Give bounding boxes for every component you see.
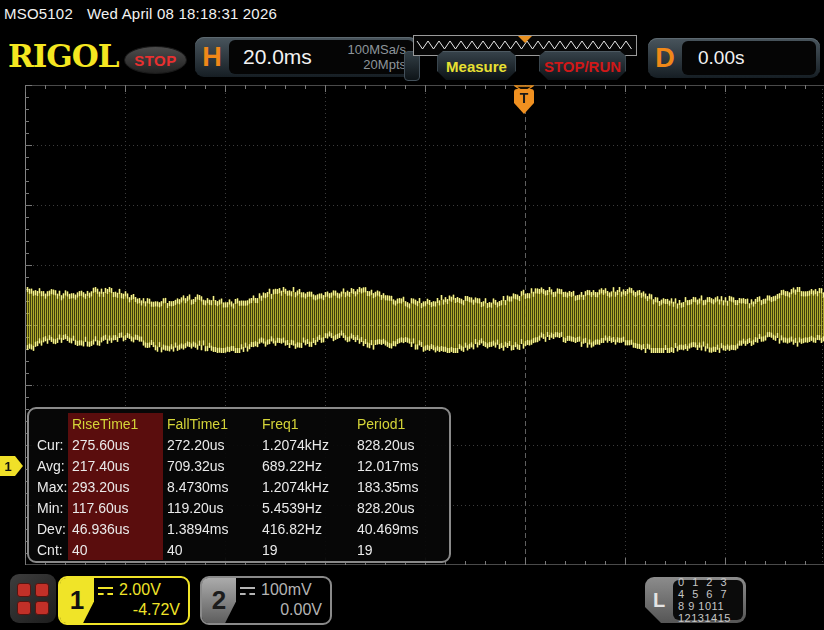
measure-row-label: Max: <box>33 476 68 497</box>
measure-value-cell: 183.35ms <box>353 476 449 497</box>
stop-run-button-label: STOP/RUN <box>544 58 621 75</box>
rigol-logo: RIGOL <box>8 38 119 74</box>
measure-value-cell: 217.40us <box>68 455 163 476</box>
channel2-block[interactable]: 2 100mV 0.00V <box>200 576 332 625</box>
measure-value-cell: 5.4539Hz <box>258 497 353 518</box>
channel2-number: 2 <box>202 578 236 623</box>
measure-column-header: Period1 <box>353 413 449 434</box>
measure-value-cell: 40 <box>68 539 163 560</box>
measure-column-header: Freq1 <box>258 413 353 434</box>
channel1-values: 2.00V -4.72V <box>94 578 188 623</box>
measure-value-cell: 46.936us <box>68 518 163 539</box>
measure-value-cell: 1.2074kHz <box>258 434 353 455</box>
measure-column-header: RiseTime1 <box>68 413 163 434</box>
measure-row-label: Min: <box>33 497 68 518</box>
measure-value-cell: 828.20us <box>353 434 449 455</box>
channel2-scale: 100mV <box>261 581 312 599</box>
horizontal-inner: 20.0ms 100MSa/s 20Mpts <box>229 40 414 74</box>
bottom-bar: 1 2.00V -4.72V 2 100mV 0.00V L <box>0 565 824 630</box>
measure-corner-cell <box>33 413 68 434</box>
measure-row-label: Cnt: <box>33 539 68 560</box>
datetime: Wed April 08 18:18:31 2026 <box>87 5 277 22</box>
measure-value-cell: 275.60us <box>68 434 163 455</box>
measure-value-cell: 19 <box>353 539 449 560</box>
digital-channels-list: 0 1 2 3 4 5 6 7 8 9 1011 12131415 <box>673 580 743 620</box>
run-state-badge: STOP <box>124 46 187 74</box>
oscilloscope-screen: MSO5102 Wed April 08 18:18:31 2026 RIGOL… <box>0 0 824 630</box>
measure-value-cell: 119.20us <box>163 497 258 518</box>
sample-rate: 100MSa/s <box>347 42 406 57</box>
svg-text:1: 1 <box>4 459 11 474</box>
measure-value-cell: 689.22Hz <box>258 455 353 476</box>
menu-grid-squares <box>17 583 49 615</box>
channel1-offset: -4.72V <box>98 601 180 619</box>
logic-analyzer-label: L <box>645 577 673 623</box>
titlebar: MSO5102 Wed April 08 18:18:31 2026 <box>4 5 277 22</box>
digital-channels-row2: 8 9 1011 12131415 <box>678 600 738 624</box>
measure-value-cell: 19 <box>258 539 353 560</box>
channel2-offset: 0.00V <box>240 601 322 619</box>
measure-value-cell: 1.3894ms <box>163 518 258 539</box>
measurement-grid: RiseTime1FallTime1Freq1Period1Cur:275.60… <box>29 409 449 560</box>
measure-value-cell: 40 <box>163 539 258 560</box>
logic-analyzer-block[interactable]: L 0 1 2 3 4 5 6 7 8 9 1011 12131415 <box>645 577 746 623</box>
model-name: MSO5102 <box>4 5 73 22</box>
channel2-values: 100mV 0.00V <box>236 578 330 623</box>
measure-row-label: Avg: <box>33 455 68 476</box>
measure-button[interactable]: Measure <box>437 51 516 80</box>
channel1-scale: 2.00V <box>119 581 161 599</box>
measure-value-cell: 828.20us <box>353 497 449 518</box>
measure-row-label: Dev: <box>33 518 68 539</box>
channel2-dc-coupling-icon <box>240 587 255 595</box>
horizontal-label: H <box>195 42 229 73</box>
delay-settings-block[interactable]: D 0.00s <box>648 38 820 78</box>
horizontal-settings-block[interactable]: H 20.0ms 100MSa/s 20Mpts <box>195 37 418 77</box>
measure-value-cell: 8.4730ms <box>163 476 258 497</box>
delay-value: 0.00s <box>682 47 744 69</box>
measure-value-cell: 1.2074kHz <box>258 476 353 497</box>
run-state-label: STOP <box>134 52 177 69</box>
delay-label: D <box>648 43 682 74</box>
menu-grid-icon[interactable] <box>10 574 56 623</box>
channel1-dc-coupling-icon <box>98 587 113 595</box>
measure-value-cell: 12.017ms <box>353 455 449 476</box>
measure-value-cell: 709.32us <box>163 455 258 476</box>
delay-inner: 0.00s <box>682 41 816 75</box>
measure-value-cell: 293.20us <box>68 476 163 497</box>
measure-value-cell: 40.469ms <box>353 518 449 539</box>
channel1-number: 1 <box>60 578 94 623</box>
memory-depth: 20Mpts <box>347 57 406 72</box>
measure-button-label: Measure <box>446 58 507 75</box>
measure-column-header: FallTime1 <box>163 413 258 434</box>
measure-value-cell: 416.82Hz <box>258 518 353 539</box>
measure-value-cell: 117.60us <box>68 497 163 518</box>
stop-run-button[interactable]: STOP/RUN <box>539 51 626 80</box>
measure-row-label: Cur: <box>33 434 68 455</box>
measure-value-cell: 272.20us <box>163 434 258 455</box>
channel1-block[interactable]: 1 2.00V -4.72V <box>58 576 190 625</box>
timebase-value: 20.0ms <box>229 45 347 69</box>
trigger-level-icon[interactable]: T <box>514 89 534 115</box>
digital-channels-row1: 0 1 2 3 4 5 6 7 <box>678 576 738 600</box>
measurement-table: RiseTime1FallTime1Freq1Period1Cur:275.60… <box>27 407 451 563</box>
channel1-level-marker[interactable]: 1 <box>0 456 23 476</box>
graticule-area: T 1 RiseTime1FallTime1Freq1Period1Cur:27… <box>0 85 824 565</box>
svg-text:T: T <box>520 90 529 106</box>
